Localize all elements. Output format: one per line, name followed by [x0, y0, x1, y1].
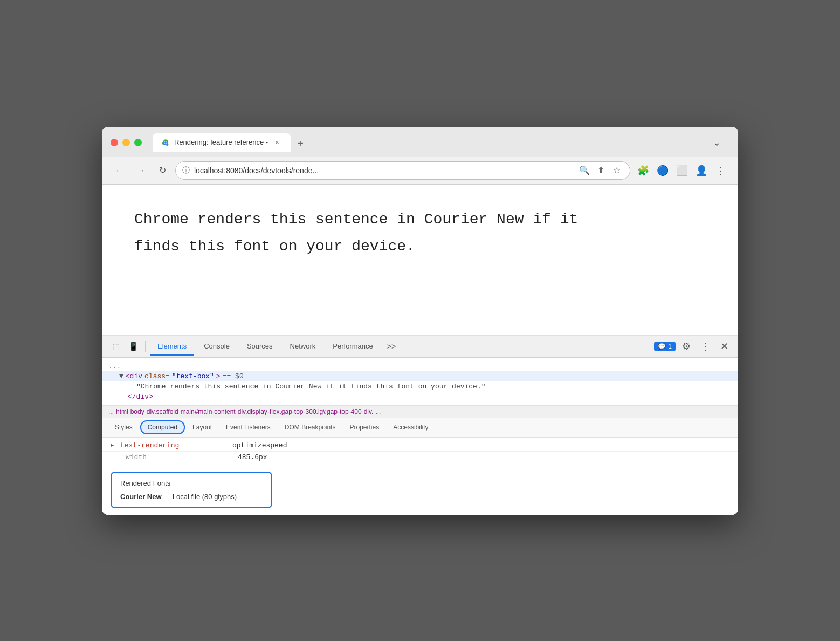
device-toolbar-button[interactable]: 📱: [126, 339, 141, 354]
font-item: Courier New — Local file (80 glyphs): [120, 493, 263, 501]
properties-panel: ▶ text-rendering optimizespeed width 485…: [102, 438, 738, 465]
notification-icon: 💬: [658, 343, 666, 350]
breadcrumb-more[interactable]: ...: [375, 408, 381, 415]
tabs-overflow-button[interactable]: ⌄: [708, 134, 725, 151]
address-icons: 🔍 ⬆ ☆: [578, 164, 623, 177]
tab-event-listeners[interactable]: Event Listeners: [219, 420, 277, 434]
tab-styles[interactable]: Styles: [108, 420, 139, 434]
toolbar-right: 🧩 🔵 ⬜ 👤 ⋮: [635, 162, 729, 179]
title-bar-top: Rendering: feature reference - × + ⌄: [111, 133, 729, 152]
dom-row-ellipsis: ...: [102, 361, 738, 371]
tab-close-button[interactable]: ×: [272, 138, 282, 147]
new-tab-button[interactable]: +: [293, 137, 308, 152]
notification-badge: 💬 1: [654, 342, 676, 351]
close-window-button[interactable]: [111, 139, 118, 146]
breadcrumb-ellipsis[interactable]: ...: [108, 408, 114, 415]
page-text-line2: finds this font on your device.: [134, 238, 415, 255]
tab-computed[interactable]: Computed: [140, 420, 185, 434]
tab-console[interactable]: Console: [196, 338, 237, 356]
dom-attr-class: class=: [144, 372, 170, 380]
forward-icon: →: [136, 166, 145, 175]
more-button[interactable]: ⋮: [712, 162, 729, 179]
breadcrumb-body[interactable]: body: [130, 408, 144, 415]
dom-row-text: "Chrome renders this sentence in Courier…: [102, 381, 738, 392]
breadcrumb-div-flex[interactable]: div.display-flex.gap-top-300.lg\:gap-top…: [238, 408, 362, 415]
bookmark-icon-button[interactable]: ☆: [610, 164, 623, 177]
prop-value-width: 485.6px: [238, 453, 267, 461]
styles-tabs: Styles Computed Layout Event Listeners D…: [102, 418, 738, 438]
element-picker-button[interactable]: ⬚: [108, 339, 123, 354]
tab-performance[interactable]: Performance: [325, 338, 380, 356]
rendered-fonts-box: Rendered Fonts Courier New — Local file …: [111, 472, 272, 508]
dom-triangle-icon: ▼: [119, 372, 123, 380]
font-name: Courier New: [120, 493, 162, 501]
info-icon: ⓘ: [182, 166, 190, 175]
minimize-window-button[interactable]: [122, 139, 130, 146]
dom-row-selected[interactable]: ▼ <div class="text-box" > == $0: [102, 371, 738, 381]
devtools-close-button[interactable]: ✕: [717, 339, 732, 354]
browser-tab[interactable]: Rendering: feature reference - ×: [153, 133, 291, 152]
rendered-fonts-section: Rendered Fonts Courier New — Local file …: [102, 465, 738, 515]
prop-value-text-rendering: optimizespeed: [232, 441, 287, 449]
dom-attr-value: "text-box": [172, 372, 214, 380]
devtools-divider: [145, 341, 146, 352]
devtools-more-button[interactable]: ⋮: [697, 338, 714, 355]
share-icon-button[interactable]: ⬆: [594, 164, 607, 177]
chrome-favicon-icon: [161, 138, 170, 147]
zoom-icon-button[interactable]: 🔍: [578, 164, 591, 177]
address-input[interactable]: [194, 166, 574, 175]
dom-text-content: "Chrome renders this sentence in Courier…: [136, 383, 486, 391]
dom-eq-sign: == $0: [223, 372, 244, 380]
font-info: — Local file (80 glyphs): [163, 493, 237, 501]
breadcrumb-main[interactable]: main#main-content: [181, 408, 236, 415]
address-bar[interactable]: ⓘ 🔍 ⬆ ☆: [175, 161, 630, 180]
breadcrumb: ... html body div.scaffold main#main-con…: [102, 406, 738, 418]
breadcrumb-html[interactable]: html: [116, 408, 128, 415]
page-text-line1: Chrome renders this sentence in Courier …: [134, 211, 578, 228]
prop-triangle-icon: ▶: [111, 442, 114, 448]
tab-accessibility[interactable]: Accessibility: [387, 420, 435, 434]
svg-point-1: [164, 141, 167, 144]
device-toolbar-icon: 📱: [128, 342, 139, 351]
dom-ellipsis: ...: [108, 362, 121, 370]
dom-tree: ... ▼ <div class="text-box" > == $0 "Chr…: [102, 358, 738, 406]
element-picker-icon: ⬚: [112, 342, 120, 351]
tab-layout[interactable]: Layout: [186, 420, 218, 434]
devtools-panel: ⬚ 📱 Elements Console Sources Network Per…: [102, 336, 738, 515]
back-button[interactable]: ←: [111, 162, 128, 179]
breadcrumb-div[interactable]: div.: [364, 408, 374, 415]
devtools-settings-button[interactable]: ⚙: [678, 338, 695, 355]
extensions-button[interactable]: 🧩: [635, 162, 652, 179]
rendered-fonts-title: Rendered Fonts: [120, 479, 263, 487]
dom-open-tag: <div: [126, 372, 142, 380]
maximize-window-button[interactable]: [134, 139, 142, 146]
tab-properties[interactable]: Properties: [343, 420, 386, 434]
devtools-right: 💬 1 ⚙ ⋮ ✕: [654, 338, 732, 355]
tab-elements[interactable]: Elements: [150, 338, 194, 356]
prop-row-width: width 485.6px: [102, 452, 738, 463]
devtools-more-tabs-button[interactable]: >>: [383, 340, 400, 353]
back-icon: ←: [115, 166, 123, 175]
tab-sources[interactable]: Sources: [239, 338, 280, 356]
tab-dom-breakpoints[interactable]: DOM Breakpoints: [278, 420, 342, 434]
tab-network[interactable]: Network: [283, 338, 323, 356]
devtools-toolbar: ⬚ 📱 Elements Console Sources Network Per…: [102, 336, 738, 358]
browser-toolbar: ← → ↻ ⓘ 🔍 ⬆ ☆ 🧩 🔵 ⬜ 👤 ⋮: [102, 157, 738, 185]
split-view-button[interactable]: ⬜: [673, 162, 691, 179]
title-bar: Rendering: feature reference - × + ⌄: [102, 127, 738, 157]
page-text: Chrome renders this sentence in Courier …: [134, 206, 706, 261]
prop-name-width: width: [126, 453, 233, 461]
window-controls: [111, 139, 142, 146]
page-content: Chrome renders this sentence in Courier …: [102, 185, 738, 336]
prop-row-text-rendering: ▶ text-rendering optimizespeed: [102, 440, 738, 452]
profile-button[interactable]: 👤: [693, 162, 710, 179]
forward-button[interactable]: →: [132, 162, 149, 179]
dom-tag-close: >: [216, 372, 221, 380]
breadcrumb-scaffold[interactable]: div.scaffold: [147, 408, 178, 415]
reload-button[interactable]: ↻: [154, 162, 171, 179]
dom-row-close: </div>: [102, 392, 738, 402]
browser-window: Rendering: feature reference - × + ⌄ ← →…: [102, 127, 738, 515]
dom-close-tag: </div>: [128, 393, 153, 401]
devtools-ext-button[interactable]: 🔵: [654, 162, 671, 179]
tabs-row: Rendering: feature reference - × +: [153, 133, 702, 152]
